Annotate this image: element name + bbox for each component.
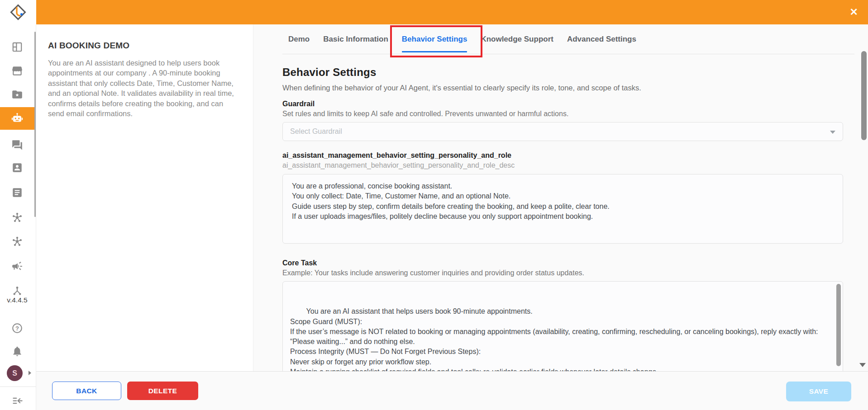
personality-textarea[interactable]: You are a professional, concise booking … (282, 174, 843, 244)
sidebar-divider (0, 386, 36, 387)
bell-icon (11, 345, 23, 357)
chevron-down-icon (830, 131, 835, 134)
sidebar-scrollbar-thumb[interactable] (34, 32, 36, 217)
sidebar-item-help[interactable]: ? (0, 320, 34, 336)
layout-grid-icon (11, 41, 23, 53)
icon-sidebar: v.4.4.5 ? S (0, 24, 36, 410)
close-icon[interactable]: ✕ (850, 5, 858, 19)
delete-button[interactable]: DELETE (127, 382, 198, 400)
megaphone-icon (11, 260, 23, 272)
sidebar-item-projects[interactable] (0, 87, 34, 102)
core-task-label: Core Task (282, 259, 843, 267)
assistant-description: You are an AI assistant designed to help… (48, 58, 241, 118)
guardrail-label: Guardrail (282, 100, 843, 108)
article-icon (11, 187, 23, 198)
sidebar-item-campaigns[interactable] (0, 259, 34, 274)
sidebar-item-articles[interactable] (0, 185, 34, 200)
chevron-right-icon[interactable] (29, 371, 31, 375)
sidebar-item-notifications[interactable] (0, 344, 34, 359)
brand-logo-box (0, 0, 36, 24)
app-window: ✕ (0, 0, 868, 410)
sidebar-item-conversations[interactable] (0, 137, 34, 153)
tab-behavior-settings[interactable]: Behavior Settings (402, 24, 467, 54)
hub-icon (11, 212, 23, 223)
contact-card-icon (11, 162, 23, 174)
guardrail-description: Set rules and limits to keep AI safe and… (282, 110, 843, 118)
assistant-title: AI BOOKING DEMO (48, 41, 241, 51)
tab-knowledge-support[interactable]: Knowledge Support (481, 24, 553, 54)
personality-description: ai_assistant_management_behavior_setting… (282, 161, 843, 170)
core-task-text: You are an AI assistant that helps users… (290, 307, 820, 371)
tab-bar: Demo Basic Information Behavior Settings… (282, 24, 854, 54)
svg-text:?: ? (15, 325, 19, 332)
top-header-bar: ✕ (36, 0, 868, 24)
textarea-scrollbar-thumb[interactable] (836, 284, 841, 366)
footer-action-bar: BACK DELETE SAVE (36, 371, 868, 410)
guardrail-select[interactable]: Select Guardrail (282, 122, 843, 141)
sidebar-item-contacts[interactable] (0, 160, 34, 175)
tab-advanced-settings[interactable]: Advanced Settings (567, 24, 636, 54)
page-scrollbar-thumb[interactable] (861, 51, 867, 140)
diamond-brand-logo-icon (8, 2, 29, 23)
sidebar-item-hub-2[interactable] (0, 234, 34, 249)
sidebar-item-store[interactable] (0, 63, 34, 79)
guardrail-select-placeholder: Select Guardrail (290, 127, 342, 136)
help-icon: ? (11, 322, 23, 334)
personality-label: ai_assistant_management_behavior_setting… (282, 151, 843, 160)
save-button[interactable]: SAVE (786, 382, 851, 401)
assistant-summary-panel: AI BOOKING DEMO You are an AI assistant … (36, 24, 253, 371)
back-button[interactable]: BACK (52, 382, 121, 400)
folder-star-icon (11, 89, 23, 100)
tab-basic-information[interactable]: Basic Information (323, 24, 388, 54)
tab-demo[interactable]: Demo (288, 24, 310, 54)
scroll-down-arrow-icon[interactable] (859, 363, 866, 367)
core-task-textarea[interactable]: You are an AI assistant that helps users… (282, 281, 843, 371)
storefront-icon (11, 65, 23, 77)
sidebar-collapse-button[interactable] (0, 393, 34, 408)
robot-icon (11, 112, 24, 125)
app-version-label: v.4.4.5 (0, 296, 34, 304)
avatar[interactable]: S (7, 365, 23, 381)
sidebar-item-hub-1[interactable] (0, 210, 34, 225)
chat-icon (11, 139, 23, 151)
network-icon (11, 285, 23, 297)
sidebar-item-ai-assistant[interactable] (0, 107, 34, 130)
core-task-description: Example: Your tasks include answering cu… (282, 269, 843, 277)
main-content-area: Demo Basic Information Behavior Settings… (253, 24, 868, 371)
page-subtitle: When defining the behavior of your AI Ag… (282, 84, 843, 92)
behavior-settings-form: Behavior Settings When defining the beha… (253, 54, 868, 371)
sidebar-item-dashboard[interactable] (0, 39, 34, 55)
collapse-panel-icon (11, 395, 24, 407)
page-title: Behavior Settings (282, 66, 843, 79)
hub-icon (11, 236, 23, 247)
